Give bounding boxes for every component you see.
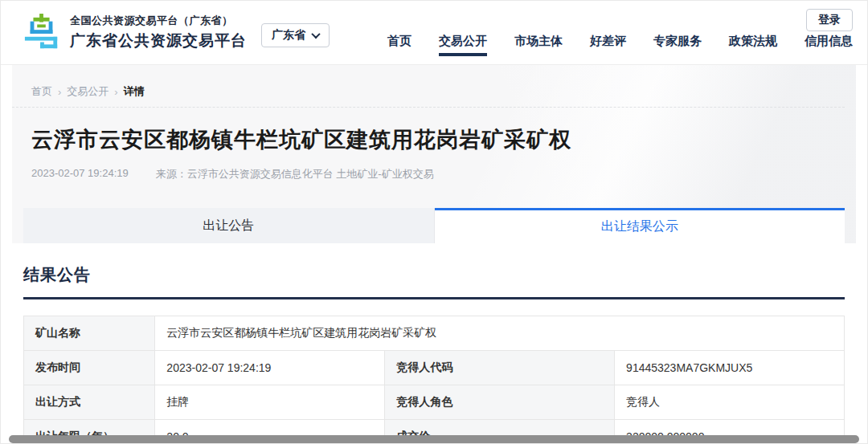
section-heading-rule: [23, 297, 845, 299]
platform-name: 广东省公共资源交易平台: [70, 31, 247, 51]
cell-publish-time-label: 发布时间: [24, 351, 155, 385]
nav-item-market-entity[interactable]: 市场主体: [514, 34, 563, 56]
region-selector-value: 广东省: [272, 28, 305, 43]
cell-winner-code-value: 91445323MA7GKMJUX5: [615, 351, 845, 385]
table-row: 发布时间 2023-02-07 19:24:19 竞得人代码 91445323M…: [24, 351, 845, 385]
chevron-down-icon: [311, 29, 320, 38]
table-row: 矿山名称 云浮市云安区都杨镇牛栏坑矿区建筑用花岗岩矿采矿权: [24, 316, 845, 351]
main-content: 结果公告 矿山名称 云浮市云安区都杨镇牛栏坑矿区建筑用花岗岩矿采矿权 发布时间 …: [1, 264, 867, 444]
detail-tabs: 出让公告 出让结果公示: [23, 208, 845, 243]
brand-text: 全国公共资源交易平台（广东省） 广东省公共资源交易平台: [70, 14, 247, 51]
brand[interactable]: 全国公共资源交易平台（广东省） 广东省公共资源交易平台: [23, 13, 247, 53]
breadcrumb-detail: 详情: [124, 84, 145, 99]
login-button[interactable]: 登录: [806, 9, 853, 31]
nav-item-rating[interactable]: 好差评: [590, 34, 626, 56]
main-nav: 首页 交易公开 市场主体 好差评 专家服务 政策法规 信用信息: [387, 34, 853, 56]
horizontal-scrollbar[interactable]: [9, 435, 859, 443]
platform-logo-icon: [23, 13, 60, 53]
publish-time: 2023-02-07 19:24:19: [31, 167, 129, 181]
nav-item-expert-service[interactable]: 专家服务: [653, 34, 702, 56]
cell-transfer-method-label: 出让方式: [24, 385, 155, 420]
breadcrumb-separator: ›: [58, 86, 61, 98]
cell-transfer-method-value: 挂牌: [155, 385, 385, 420]
top-header: 全国公共资源交易平台（广东省） 广东省公共资源交易平台 广东省 登录 首页 交易…: [1, 1, 867, 65]
result-table: 矿山名称 云浮市云安区都杨镇牛栏坑矿区建筑用花岗岩矿采矿权 发布时间 2023-…: [23, 316, 845, 444]
tab-transfer-result[interactable]: 出让结果公示: [435, 208, 845, 243]
cell-winner-role-value: 竞得人: [615, 385, 845, 420]
breadcrumb-trade-public[interactable]: 交易公开: [67, 84, 108, 99]
cell-mine-name-value: 云浮市云安区都杨镇牛栏坑矿区建筑用花岗岩矿采矿权: [155, 316, 845, 351]
breadcrumb-home[interactable]: 首页: [31, 84, 52, 99]
cell-publish-time-value: 2023-02-07 19:24:19: [155, 351, 385, 385]
region-selector[interactable]: 广东省: [261, 23, 330, 47]
article-meta: 2023-02-07 19:24:19 来源：云浮市公共资源交易信息化平台 土地…: [12, 154, 856, 181]
breadcrumb-separator: ›: [114, 86, 117, 98]
article-source: 来源：云浮市公共资源交易信息化平台 土地矿业-矿业权交易: [156, 167, 434, 181]
nav-item-home[interactable]: 首页: [387, 34, 411, 56]
cell-winner-code-label: 竞得人代码: [385, 351, 615, 385]
table-row: 出让方式 挂牌 竞得人角色 竞得人: [24, 385, 845, 420]
section-heading: 结果公告: [23, 264, 856, 286]
article-banner: 首页 › 交易公开 › 详情 云浮市云安区都杨镇牛栏坑矿区建筑用花岗岩矿采矿权 …: [12, 65, 856, 243]
breadcrumb: 首页 › 交易公开 › 详情: [12, 65, 845, 108]
nav-item-trade-public[interactable]: 交易公开: [439, 34, 487, 56]
nav-item-credit-info[interactable]: 信用信息: [805, 34, 853, 56]
nav-item-policy[interactable]: 政策法规: [729, 34, 777, 56]
page-title: 云浮市云安区都杨镇牛栏坑矿区建筑用花岗岩矿采矿权: [12, 108, 856, 154]
platform-top-title: 全国公共资源交易平台（广东省）: [70, 14, 247, 28]
cell-mine-name-label: 矿山名称: [24, 316, 155, 351]
tab-transfer-announcement[interactable]: 出让公告: [23, 208, 435, 243]
cell-winner-role-label: 竞得人角色: [385, 385, 615, 420]
